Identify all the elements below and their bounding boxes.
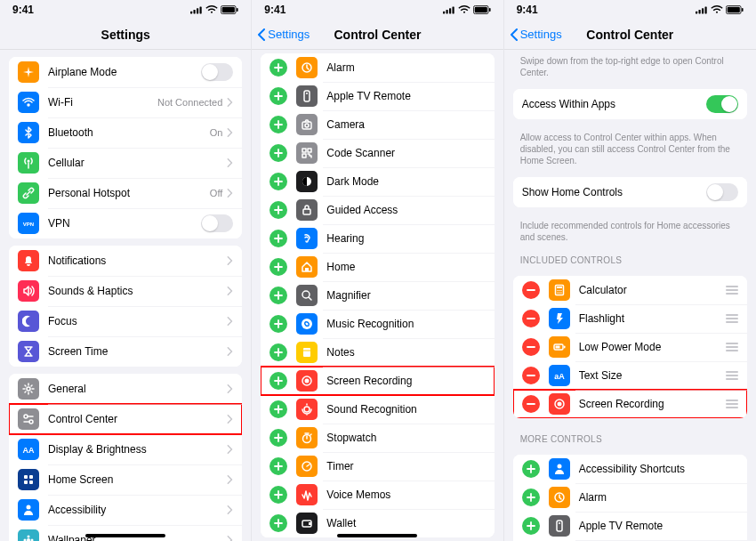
- settings-row-control-center[interactable]: Control Center: [9, 404, 242, 434]
- add-button[interactable]: [269, 372, 287, 390]
- control-row-alarm[interactable]: Alarm: [513, 483, 747, 512]
- add-button[interactable]: [269, 59, 287, 77]
- control-row-screen-recording[interactable]: Screen Recording: [261, 367, 494, 395]
- svg-point-66: [560, 292, 561, 293]
- add-button[interactable]: [269, 457, 287, 475]
- control-row-alarm[interactable]: Alarm: [261, 53, 494, 82]
- settings-row-display-brightness[interactable]: AA Display & Brightness: [9, 434, 242, 464]
- settings-row-notifications[interactable]: Notifications: [9, 246, 242, 276]
- remove-button[interactable]: [522, 281, 540, 299]
- settings-row-bluetooth[interactable]: BluetoothOn: [9, 117, 242, 148]
- home-indicator[interactable]: [85, 534, 165, 537]
- add-button[interactable]: [522, 489, 540, 506]
- add-button[interactable]: [269, 343, 287, 361]
- settings-row-cellular[interactable]: Cellular: [9, 148, 242, 178]
- add-button[interactable]: [269, 258, 287, 276]
- add-button[interactable]: [522, 460, 540, 478]
- control-row-timer[interactable]: Timer: [261, 452, 494, 480]
- settings-row-focus[interactable]: Focus: [9, 306, 242, 336]
- row-label: General: [48, 383, 226, 395]
- scroll[interactable]: Swipe down from the top-right edge to op…: [504, 50, 756, 541]
- add-button[interactable]: [269, 315, 287, 333]
- included-row-low-power-mode[interactable]: Low Power Mode: [513, 333, 747, 361]
- scroll[interactable]: Airplane Mode Wi-FiNot Connected Bluetoo…: [0, 50, 251, 541]
- reorder-handle[interactable]: [726, 314, 738, 323]
- toggle[interactable]: [706, 183, 738, 201]
- signal-icon: [696, 5, 708, 14]
- control-row-camera[interactable]: Camera: [261, 110, 494, 139]
- reorder-handle[interactable]: [726, 371, 738, 380]
- svg-rect-40: [303, 209, 310, 214]
- settings-row-accessibility[interactable]: Accessibility: [9, 495, 242, 525]
- included-row-text-size[interactable]: aA Text Size: [513, 361, 747, 390]
- control-row-music-recognition[interactable]: Music Recognition: [261, 310, 494, 338]
- remove-button[interactable]: [522, 310, 540, 327]
- svg-rect-41: [305, 268, 309, 271]
- toggle-row-show-home-controls[interactable]: Show Home Controls: [513, 177, 747, 207]
- control-row-apple-tv-remote[interactable]: Apple TV Remote: [261, 82, 494, 110]
- settings-row-vpn[interactable]: VPN VPN: [9, 208, 242, 238]
- remove-button[interactable]: [522, 338, 540, 356]
- reorder-handle[interactable]: [726, 400, 738, 408]
- chevron-left-icon: [257, 28, 266, 41]
- wifi-icon: [18, 92, 39, 113]
- add-button[interactable]: [269, 201, 287, 219]
- settings-row-personal-hotspot[interactable]: Personal HotspotOff: [9, 178, 242, 208]
- svg-rect-69: [555, 346, 559, 349]
- remove-button[interactable]: [522, 395, 540, 413]
- back-button[interactable]: Settings: [510, 28, 562, 41]
- control-row-notes[interactable]: Notes: [261, 338, 494, 367]
- included-row-calculator[interactable]: Calculator: [513, 276, 747, 304]
- add-button[interactable]: [269, 429, 287, 447]
- control-row-guided-access[interactable]: Guided Access: [261, 196, 494, 224]
- control-row-dark-mode[interactable]: Dark Mode: [261, 167, 494, 196]
- control-row-hearing[interactable]: Hearing: [261, 224, 494, 253]
- control-row-magnifier[interactable]: Magnifier: [261, 281, 494, 310]
- toggle[interactable]: [201, 214, 233, 232]
- shazam-icon: [296, 313, 318, 335]
- add-button[interactable]: [269, 173, 287, 190]
- control-row-voice-memos[interactable]: Voice Memos: [261, 480, 494, 509]
- toggle-row-access-within-apps[interactable]: Access Within Apps: [513, 89, 747, 119]
- control-row-accessibility-shortcuts[interactable]: Accessibility Shortcuts: [513, 455, 747, 483]
- link-icon: [18, 182, 39, 204]
- back-button[interactable]: Settings: [257, 28, 310, 41]
- svg-rect-75: [557, 521, 562, 531]
- control-row-stopwatch[interactable]: Stopwatch: [261, 424, 494, 452]
- add-button[interactable]: [269, 514, 287, 532]
- scroll[interactable]: Alarm Apple TV Remote Camera Code Scanne…: [252, 50, 503, 541]
- settings-row-sounds-haptics[interactable]: Sounds & Haptics: [9, 276, 242, 306]
- settings-row-screen-time[interactable]: Screen Time: [9, 336, 242, 367]
- control-row-code-scanner[interactable]: Code Scanner: [261, 139, 494, 167]
- chevron-right-icon: [226, 287, 233, 295]
- included-row-flashlight[interactable]: Flashlight: [513, 304, 747, 333]
- add-button[interactable]: [269, 230, 287, 247]
- toggle[interactable]: [201, 63, 233, 81]
- reorder-handle[interactable]: [726, 286, 738, 295]
- more-controls-list: Accessibility Shortcuts Alarm Apple TV R…: [513, 455, 747, 541]
- settings-row-general[interactable]: General: [9, 374, 242, 404]
- nav-bar: Settings Control Center: [252, 20, 503, 50]
- control-row-sound-recognition[interactable]: Sound Recognition: [261, 395, 494, 424]
- settings-row-airplane-mode[interactable]: Airplane Mode: [9, 57, 242, 87]
- row-label: Apple TV Remote: [579, 520, 738, 532]
- home-indicator[interactable]: [337, 534, 417, 537]
- add-button[interactable]: [269, 486, 287, 504]
- reorder-handle[interactable]: [726, 343, 738, 351]
- toggle[interactable]: [706, 95, 738, 113]
- toggle-note: Allow access to Control Center within ap…: [504, 126, 756, 170]
- add-button[interactable]: [269, 116, 287, 133]
- remove-button[interactable]: [522, 367, 540, 384]
- add-button[interactable]: [269, 87, 287, 105]
- settings-row-wi-fi[interactable]: Wi-FiNot Connected: [9, 87, 242, 117]
- add-button[interactable]: [269, 144, 287, 162]
- add-button[interactable]: [522, 517, 540, 535]
- settings-row-home-screen[interactable]: Home Screen: [9, 464, 242, 495]
- control-row-apple-tv-remote[interactable]: Apple TV Remote: [513, 512, 747, 540]
- svg-rect-34: [302, 122, 311, 129]
- add-button[interactable]: [269, 400, 287, 418]
- included-row-screen-recording[interactable]: Screen Recording: [513, 390, 747, 418]
- control-row-home[interactable]: Home: [261, 253, 494, 281]
- add-button[interactable]: [269, 287, 287, 304]
- settings-row-wallpaper[interactable]: Wallpaper: [9, 525, 242, 541]
